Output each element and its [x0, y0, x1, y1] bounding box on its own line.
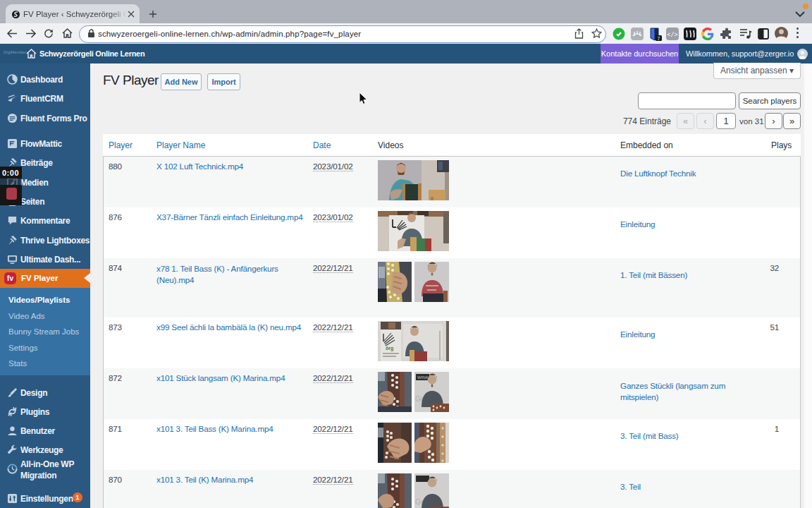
svg-text:WINK: WINK: [417, 375, 429, 380]
svg-text:</>: </>: [667, 32, 677, 39]
svg-text:7: 7: [658, 36, 660, 41]
svg-text:örg: örg: [386, 346, 393, 351]
